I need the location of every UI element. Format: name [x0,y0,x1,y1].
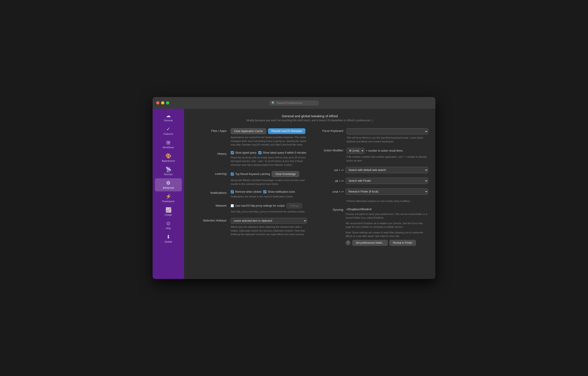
action-modifier-row: Action Modifier: ⌘ (cmd) + number to act… [312,148,428,162]
selection-hotkeys-row: Selection Hotkeys: Leave selected item i… [191,218,307,236]
network-settings-button: Settings [287,203,302,208]
features-icon: ✓ [166,127,170,132]
learning-check1[interactable]: Top Result Keyword Latching [231,171,270,177]
close-button[interactable] [156,101,159,105]
sidebar-item-features[interactable]: ✓ Features [155,124,182,138]
right-column: Force Keyboard: This will force Alfred t… [312,128,428,246]
sidebar-item-remote[interactable]: 📡 Remote [155,165,182,178]
network-controls-row: Use macOS http proxy settings for script… [231,203,307,208]
learning-controls-row: Top Result Keyword Latching Clear Knowle… [231,171,307,177]
clear-cache-button[interactable]: Clear Application Cache [231,128,266,134]
force-keyboard-dropdown[interactable] [346,128,428,135]
shortcut-description: Perform alternative actions on core resu… [346,199,428,203]
store-typed-query-checkbox[interactable] [231,151,234,154]
update-icon: ⬇ [166,235,170,239]
remove-when-clicked-checkbox[interactable] [231,190,234,193]
network-row: Network: Use macOS http proxy settings f… [191,203,307,214]
sidebar-label-update: Update [164,240,172,243]
syncing-label: Syncing: [312,207,344,211]
powerpack-icon: ⚡ [165,194,171,199]
network-check[interactable]: Use macOS http proxy settings for script… [231,204,285,207]
remote-icon: 📡 [165,167,171,172]
sidebar-label-appearance: Appearance [162,160,175,162]
page-subtitle: Mostly because you won't be touching thi… [191,119,428,122]
help-button[interactable]: ? [346,240,351,245]
cmd-shortcut-dropdown[interactable]: Reveal in Finder (if local) [346,188,428,195]
force-keyboard-description: This will force Alfred to use the specif… [346,136,428,143]
sidebar-item-advanced[interactable]: ⚙ Advanced [155,178,182,191]
action-modifier-dropdown[interactable]: ⌘ (cmd) [346,148,365,154]
show-latest-query-checkbox[interactable] [258,151,262,154]
history-description: Press the up arrow with an empty query f… [231,156,307,167]
settings-grid: Files / Apps: Clear Application Cache Re… [191,128,428,246]
clear-knowledge-button[interactable]: Clear Knowledge [272,171,299,177]
history-checkboxes: Store typed query Show latest query if w… [231,151,307,154]
action-modifier-text: + number to action result items [366,149,403,152]
traffic-lights [156,101,169,105]
rebuild-metadata-button[interactable]: Rebuild macOS Metadata [268,128,305,134]
proxy-settings-checkbox[interactable] [231,204,234,207]
notifications-controls: Remove when clicked Show notification ic… [231,190,307,199]
force-keyboard-row: Force Keyboard: This will force Alfred t… [312,128,428,143]
ctrl-shortcut-dropdown[interactable]: Search with default web search [346,167,428,173]
notifications-checkboxes: Remove when clicked Show notification ic… [231,190,307,193]
minimize-button[interactable] [161,101,164,105]
files-apps-label: Files / Apps: [191,128,227,132]
syncing-buttons: ? Set preferences folder... Reveal in Fi… [346,240,428,246]
workflows-icon: ⊞ [166,140,170,145]
learning-description: Along with Alfred's standard knowledge, … [231,178,307,186]
force-keyboard-label: Force Keyboard: [312,128,344,132]
alt-shortcut-label: alt + ↩ [312,179,344,183]
ctrl-shortcut-row: ctrl + ↩ Search with default web search [312,167,428,173]
selection-hotkeys-label: Selection Hotkeys: [191,218,227,222]
ctrl-shortcut-label: ctrl + ↩ [312,169,344,172]
notifications-check2[interactable]: Show notification icons [263,190,295,193]
search-placeholder: Search Preferences [276,101,302,105]
reveal-in-finder-button[interactable]: Reveal in Finder [389,240,416,246]
network-label: Network: [191,203,227,207]
set-preferences-folder-button[interactable]: Set preferences folder... [352,240,388,246]
appearance-icon: 🎨 [165,154,171,159]
remove-when-clicked-label: Remove when clicked [235,190,262,193]
files-apps-controls: Clear Application Cache Rebuild macOS Me… [231,128,307,147]
main-content: General and global tweaking of Alfred Mo… [184,109,435,279]
left-column: Files / Apps: Clear Application Cache Re… [191,128,307,246]
sidebar-item-powerpack[interactable]: ⚡ Powerpack [155,192,182,205]
maximize-button[interactable] [166,101,169,105]
top-result-keyword-checkbox[interactable] [231,172,234,176]
history-check1[interactable]: Store typed query [231,151,257,154]
sidebar-item-update[interactable]: ⬇ Update [155,232,182,245]
history-row: History: Store typed query Show latest q… [191,151,307,167]
sidebar: ☁ General ✓ Features ⊞ Workflows 🎨 Appea… [153,109,184,279]
sidebar-label-usage: Usage [165,213,172,216]
syncing-controls: ~/Dropbox/Alfred/v4 Choose a location to… [346,207,428,246]
history-check2[interactable]: Show latest query if within 5 minutes [258,151,306,154]
show-notification-icons-label: Show notification icons [268,190,295,193]
sidebar-item-workflows[interactable]: ⊞ Workflows [155,138,182,151]
cmd-shortcut-row: cmd + ↩ Reveal in Finder (if local) [312,188,428,195]
learning-controls: Top Result Keyword Latching Clear Knowle… [231,171,307,186]
search-bar[interactable]: 🔍 Search Preferences [269,100,319,106]
page-title: General and global tweaking of Alfred [191,114,428,118]
store-typed-query-label: Store typed query [235,151,257,154]
sidebar-item-help[interactable]: ⊙ Help [155,219,182,232]
show-notification-icons-checkbox[interactable] [263,190,266,193]
network-description: Sets http_proxy and https_proxy in envir… [231,210,307,214]
search-icon: 🔍 [272,101,275,105]
alt-shortcut-dropdown[interactable]: Search with Finder [346,178,428,184]
action-modifier-controls: ⌘ (cmd) + number to action result items … [346,148,428,162]
top-result-keyword-label: Top Result Keyword Latching [235,172,270,176]
sidebar-label-general: General [164,119,173,122]
sidebar-item-usage[interactable]: 📈 Usage [155,205,182,218]
sidebar-label-powerpack: Powerpack [162,200,174,203]
proxy-settings-label: Use macOS http proxy settings for script… [235,204,285,207]
help-icon: ⊙ [166,221,170,226]
force-keyboard-controls: This will force Alfred to use the specif… [346,128,428,143]
general-icon: ☁ [166,113,171,118]
sidebar-item-appearance[interactable]: 🎨 Appearance [155,151,182,164]
sidebar-label-help: Help [166,227,171,230]
sidebar-item-general[interactable]: ☁ General [155,111,182,124]
notifications-check1[interactable]: Remove when clicked [231,190,262,193]
selection-hotkeys-dropdown[interactable]: Leave selected item in clipboard [231,218,307,224]
notifications-label: Notifications: [191,190,227,194]
